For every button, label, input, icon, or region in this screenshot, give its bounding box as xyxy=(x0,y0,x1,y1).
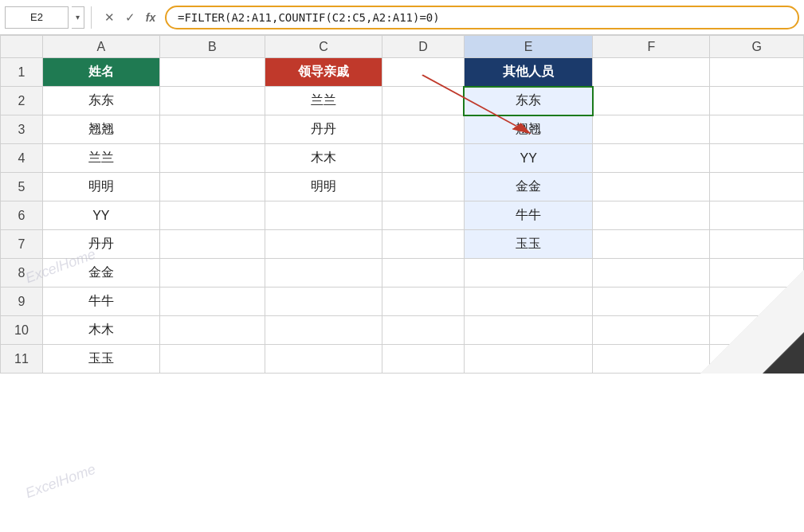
col-header-c[interactable]: C xyxy=(265,36,382,58)
cell-f4[interactable] xyxy=(593,144,710,173)
cell-e9[interactable] xyxy=(464,288,593,316)
cell-f5[interactable] xyxy=(593,173,710,201)
cell-a2[interactable]: 东东 xyxy=(42,87,159,115)
cell-b6[interactable] xyxy=(159,201,265,230)
cell-a3[interactable]: 翘翘 xyxy=(42,115,159,144)
cell-d5[interactable] xyxy=(382,173,465,201)
table-row: 1 姓名 领导亲戚 其他人员 xyxy=(1,58,804,87)
cell-a9[interactable]: 牛牛 xyxy=(42,288,159,316)
cell-e10[interactable] xyxy=(464,316,593,345)
cell-d8[interactable] xyxy=(382,259,465,288)
cell-a1[interactable]: 姓名 xyxy=(42,58,159,87)
cell-b7[interactable] xyxy=(159,230,265,259)
cell-e6[interactable]: 牛牛 xyxy=(464,201,593,230)
cell-c7[interactable] xyxy=(265,230,382,259)
cell-b2[interactable] xyxy=(159,87,265,115)
cell-a5[interactable]: 明明 xyxy=(42,173,159,201)
cell-d6[interactable] xyxy=(382,201,465,230)
cell-d2[interactable] xyxy=(382,87,465,115)
cell-g2[interactable] xyxy=(710,87,804,115)
cell-g5[interactable] xyxy=(710,173,804,201)
formula-input[interactable]: =FILTER(A2:A11,COUNTIF(C2:C5,A2:A11)=0) xyxy=(165,6,799,29)
cell-g9[interactable] xyxy=(710,288,804,316)
cell-c11[interactable] xyxy=(265,345,382,374)
cell-e4[interactable]: YY xyxy=(464,144,593,173)
cell-a11[interactable]: 玉玉 xyxy=(42,345,159,374)
grid-area: A B C D E F G 1 姓名 领导亲戚 其他人员 xyxy=(0,35,804,374)
cell-c3[interactable]: 丹丹 xyxy=(265,115,382,144)
cell-b3[interactable] xyxy=(159,115,265,144)
table-row: 4 兰兰 木木 YY xyxy=(1,144,804,173)
cell-f3[interactable] xyxy=(593,115,710,144)
cell-b11[interactable] xyxy=(159,345,265,374)
cell-g4[interactable] xyxy=(710,144,804,173)
cell-e5[interactable]: 金金 xyxy=(464,173,593,201)
cell-d7[interactable] xyxy=(382,230,465,259)
cell-b4[interactable] xyxy=(159,144,265,173)
name-box-value: E2 xyxy=(30,11,43,23)
cell-c5[interactable]: 明明 xyxy=(265,173,382,201)
cell-g8[interactable] xyxy=(710,259,804,288)
cell-d3[interactable] xyxy=(382,115,465,144)
corner-header xyxy=(1,36,43,58)
cell-c4[interactable]: 木木 xyxy=(265,144,382,173)
col-header-a[interactable]: A xyxy=(42,36,159,58)
cell-e7[interactable]: 玉玉 xyxy=(464,230,593,259)
cell-a7[interactable]: 丹丹 xyxy=(42,230,159,259)
cell-b5[interactable] xyxy=(159,173,265,201)
cell-e3[interactable]: 翘翘 xyxy=(464,115,593,144)
cell-c6[interactable] xyxy=(265,201,382,230)
col-header-f[interactable]: F xyxy=(593,36,710,58)
cell-c2[interactable]: 兰兰 xyxy=(265,87,382,115)
cell-f6[interactable] xyxy=(593,201,710,230)
cell-g11[interactable] xyxy=(710,345,804,374)
cell-b10[interactable] xyxy=(159,316,265,345)
row-header-3: 3 xyxy=(1,115,43,144)
cell-g6[interactable] xyxy=(710,201,804,230)
cell-d1[interactable] xyxy=(382,58,465,87)
cancel-icon[interactable]: ✕ xyxy=(101,10,117,25)
cell-f1[interactable] xyxy=(593,58,710,87)
cell-e8[interactable] xyxy=(464,259,593,288)
col-header-b[interactable]: B xyxy=(159,36,265,58)
cell-a8[interactable]: 金金 xyxy=(42,259,159,288)
cell-c10[interactable] xyxy=(265,316,382,345)
cell-a6[interactable]: YY xyxy=(42,201,159,230)
cell-d11[interactable] xyxy=(382,345,465,374)
cell-b1[interactable] xyxy=(159,58,265,87)
col-header-e[interactable]: E xyxy=(464,36,593,58)
col-header-g[interactable]: G xyxy=(710,36,804,58)
table-row: 3 翘翘 丹丹 翘翘 xyxy=(1,115,804,144)
cell-a4[interactable]: 兰兰 xyxy=(42,144,159,173)
cell-e1[interactable]: 其他人员 xyxy=(464,58,593,87)
cell-g7[interactable] xyxy=(710,230,804,259)
cell-b9[interactable] xyxy=(159,288,265,316)
cell-e2[interactable]: 东东 xyxy=(464,87,593,115)
cell-f11[interactable] xyxy=(593,345,710,374)
cell-d10[interactable] xyxy=(382,316,465,345)
name-box-dropdown[interactable]: ▾ xyxy=(72,6,84,29)
formula-divider xyxy=(91,6,92,29)
confirm-icon[interactable]: ✓ xyxy=(122,10,138,25)
col-header-d[interactable]: D xyxy=(382,36,465,58)
cell-c8[interactable] xyxy=(265,259,382,288)
cell-f9[interactable] xyxy=(593,288,710,316)
cell-b8[interactable] xyxy=(159,259,265,288)
cell-a10[interactable]: 木木 xyxy=(42,316,159,345)
cell-g3[interactable] xyxy=(710,115,804,144)
cell-f8[interactable] xyxy=(593,259,710,288)
cell-f2[interactable] xyxy=(593,87,710,115)
cell-c9[interactable] xyxy=(265,288,382,316)
cell-g10[interactable] xyxy=(710,316,804,345)
cell-d4[interactable] xyxy=(382,144,465,173)
cell-f7[interactable] xyxy=(593,230,710,259)
cell-f10[interactable] xyxy=(593,316,710,345)
cell-c1[interactable]: 领导亲戚 xyxy=(265,58,382,87)
cell-g1[interactable] xyxy=(710,58,804,87)
fx-icon[interactable]: fx xyxy=(143,11,159,24)
cell-d9[interactable] xyxy=(382,288,465,316)
spreadsheet: E2 ▾ ✕ ✓ fx =FILTER(A2:A11,COUNTIF(C2:C5… xyxy=(0,0,804,532)
formula-bar: E2 ▾ ✕ ✓ fx =FILTER(A2:A11,COUNTIF(C2:C5… xyxy=(0,0,804,35)
name-box[interactable]: E2 xyxy=(5,6,69,29)
cell-e11[interactable] xyxy=(464,345,593,374)
